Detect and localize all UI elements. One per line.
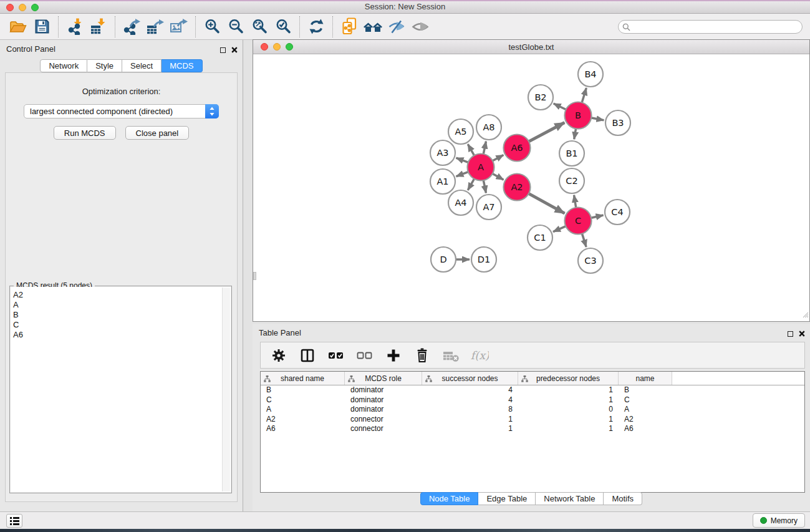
cell-shared-name[interactable]: B <box>261 385 345 395</box>
node-B1[interactable]: B1 <box>559 141 584 166</box>
node-C4[interactable]: C4 <box>605 200 630 225</box>
export-table-icon[interactable] <box>143 16 167 38</box>
table-row[interactable]: A6connector11A6 <box>261 424 804 434</box>
node-A[interactable]: A <box>468 154 494 181</box>
edge-A-A3[interactable] <box>456 158 470 163</box>
close-table-panel-icon[interactable] <box>799 328 805 339</box>
save-session-icon[interactable] <box>30 16 54 38</box>
close-panel-icon[interactable] <box>231 44 238 56</box>
edge-C-C2[interactable] <box>574 195 576 209</box>
cell-name[interactable]: B <box>619 385 672 395</box>
edge-A-A8[interactable] <box>483 142 486 155</box>
home-view-icon[interactable] <box>361 16 385 38</box>
node-B[interactable]: B <box>565 102 592 129</box>
node-A4[interactable]: A4 <box>448 190 473 215</box>
node-A6[interactable]: A6 <box>504 135 531 162</box>
zoom-selected-icon[interactable] <box>271 16 295 38</box>
select-all-columns-icon[interactable] <box>327 346 345 365</box>
edge-C-C4[interactable] <box>590 215 604 218</box>
cell-MCDS-role[interactable]: connector <box>345 415 422 425</box>
cell-shared-name[interactable]: A <box>261 405 345 415</box>
cell-name[interactable]: A2 <box>619 415 672 425</box>
mcds-result-item[interactable]: A2 <box>13 290 231 300</box>
table-row[interactable]: A2connector11A2 <box>261 415 804 425</box>
node-C[interactable]: C <box>565 208 592 235</box>
cell-name[interactable]: A6 <box>619 424 672 434</box>
cell-successor-nodes[interactable]: 4 <box>422 395 518 405</box>
tab-motifs[interactable]: Motifs <box>604 492 642 505</box>
cell-shared-name[interactable]: A6 <box>261 424 345 434</box>
zoom-in-icon[interactable] <box>200 16 224 38</box>
node-C2[interactable]: C2 <box>559 168 584 193</box>
import-network-icon[interactable] <box>63 16 87 38</box>
open-file-icon[interactable] <box>6 16 30 38</box>
delete-column-icon[interactable] <box>413 346 432 365</box>
table-settings-gear-icon[interactable] <box>269 346 288 365</box>
edge-C-C1[interactable] <box>553 226 567 232</box>
cell-successor-nodes[interactable]: 4 <box>422 385 518 395</box>
node-B3[interactable]: B3 <box>605 110 630 135</box>
search-input[interactable] <box>618 20 803 34</box>
cell-shared-name[interactable]: C <box>261 395 345 405</box>
edge-C-C3[interactable] <box>582 233 586 247</box>
cell-successor-nodes[interactable]: 1 <box>422 424 518 434</box>
edge-A-A6[interactable] <box>491 155 503 162</box>
tab-mcds[interactable]: MCDS <box>162 59 202 72</box>
mcds-result-item[interactable]: A6 <box>13 330 231 340</box>
tab-network[interactable]: Network <box>40 59 87 72</box>
edge-A-A5[interactable] <box>468 144 475 157</box>
cell-MCDS-role[interactable]: dominator <box>345 395 422 405</box>
cell-predecessor-nodes[interactable]: 1 <box>518 395 619 405</box>
split-columns-icon[interactable] <box>298 346 317 365</box>
edge-B-B4[interactable] <box>582 88 587 104</box>
memory-button[interactable]: Memory <box>753 513 805 528</box>
node-A2[interactable]: A2 <box>504 174 531 201</box>
import-table-icon[interactable] <box>87 16 110 38</box>
float-panel-icon[interactable] <box>220 47 226 53</box>
node-C3[interactable]: C3 <box>578 248 603 273</box>
tab-network-table[interactable]: Network Table <box>536 492 604 505</box>
node-A5[interactable]: A5 <box>448 119 473 144</box>
mcds-result-item[interactable]: B <box>13 310 231 320</box>
table-row[interactable]: Cdominator41C <box>261 395 804 405</box>
node-B4[interactable]: B4 <box>578 62 603 87</box>
hide-panels-icon[interactable] <box>385 16 408 38</box>
edge-A-A7[interactable] <box>483 179 486 193</box>
node-table[interactable]: shared nameMCDS rolesuccessor nodesprede… <box>260 371 805 493</box>
node-A3[interactable]: A3 <box>430 140 455 165</box>
zoom-fit-icon[interactable] <box>248 16 271 38</box>
tab-style[interactable]: Style <box>87 59 122 72</box>
export-image-icon[interactable] <box>167 16 191 38</box>
node-B2[interactable]: B2 <box>528 85 553 110</box>
node-C1[interactable]: C1 <box>528 225 552 250</box>
resize-grip-icon[interactable] <box>801 309 809 321</box>
column-header-shared-name[interactable]: shared name <box>261 372 345 385</box>
add-column-icon[interactable] <box>384 346 403 365</box>
column-header-MCDS-role[interactable]: MCDS role <box>345 372 422 385</box>
result-scrollbar[interactable] <box>222 288 230 491</box>
cell-successor-nodes[interactable]: 8 <box>422 405 518 415</box>
cell-predecessor-nodes[interactable]: 0 <box>518 405 619 415</box>
edge-A-A2[interactable] <box>491 173 503 180</box>
unselect-all-columns-icon[interactable] <box>355 346 374 365</box>
edge-A6-B[interactable] <box>528 122 564 142</box>
tab-edge-table[interactable]: Edge Table <box>478 492 536 505</box>
edge-B-B2[interactable] <box>554 104 567 110</box>
column-header-predecessor-nodes[interactable]: predecessor nodes <box>518 372 619 385</box>
cell-predecessor-nodes[interactable]: 1 <box>518 424 619 434</box>
node-A7[interactable]: A7 <box>476 195 501 220</box>
column-header-name[interactable]: name <box>619 372 672 385</box>
edge-A2-C[interactable] <box>528 193 564 213</box>
criterion-select[interactable]: largest connected component (directed) <box>24 104 219 118</box>
show-panels-icon[interactable] <box>408 16 432 38</box>
network-window-titlebar[interactable]: testGlobe.txt <box>253 40 809 54</box>
cell-MCDS-role[interactable]: dominator <box>345 385 422 395</box>
zoom-out-icon[interactable] <box>224 16 248 38</box>
cell-predecessor-nodes[interactable]: 1 <box>518 385 619 395</box>
float-table-panel-icon[interactable] <box>788 331 793 337</box>
edge-A-A4[interactable] <box>468 178 475 190</box>
column-header-successor-nodes[interactable]: successor nodes <box>422 372 518 385</box>
tab-select[interactable]: Select <box>122 59 162 72</box>
table-row[interactable]: Adominator80A <box>261 405 804 415</box>
run-mcds-button[interactable]: Run MCDS <box>54 126 116 140</box>
